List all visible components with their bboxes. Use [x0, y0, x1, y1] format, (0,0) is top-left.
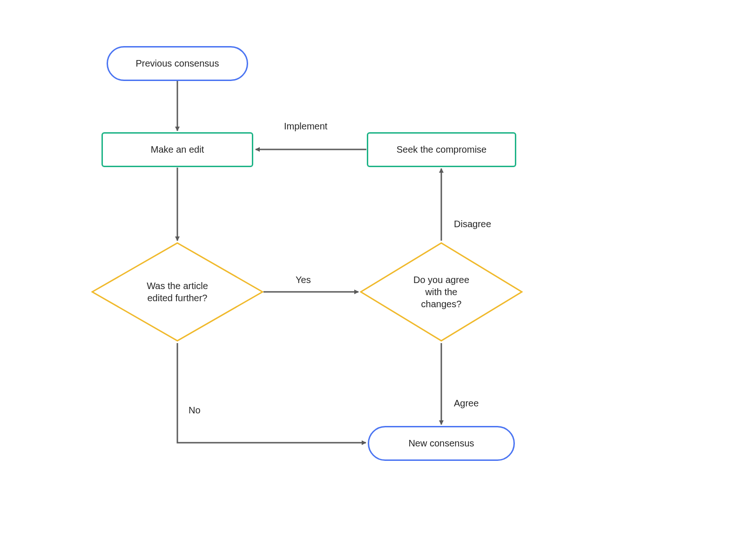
node-previous-consensus: Previous consensus	[107, 46, 248, 81]
arrow-wasedited-no-to-newconsensus	[177, 343, 366, 443]
node-was-edited: Was the article edited further?	[91, 242, 263, 342]
node-label: Make an edit	[151, 144, 204, 155]
node-label: Previous consensus	[136, 58, 219, 69]
edge-label-disagree: Disagree	[454, 219, 491, 230]
edge-label-yes: Yes	[296, 275, 311, 285]
node-make-edit: Make an edit	[101, 132, 253, 167]
node-label: Seek the compromise	[397, 144, 486, 155]
node-new-consensus: New consensus	[368, 426, 515, 461]
edge-label-implement: Implement	[284, 121, 327, 132]
svg-marker-0	[92, 243, 263, 341]
node-seek-compromise: Seek the compromise	[367, 132, 516, 167]
node-agree-changes: Do you agree with the changes?	[360, 242, 523, 342]
node-label: Was the article edited further?	[114, 280, 241, 304]
node-label: Do you agree with the changes?	[381, 274, 502, 310]
node-label: New consensus	[408, 438, 474, 449]
svg-marker-1	[361, 243, 522, 341]
flowchart-canvas: Previous consensus Make an edit Seek the…	[0, 0, 756, 540]
edge-label-no: No	[189, 405, 201, 416]
edge-label-agree: Agree	[454, 398, 479, 409]
